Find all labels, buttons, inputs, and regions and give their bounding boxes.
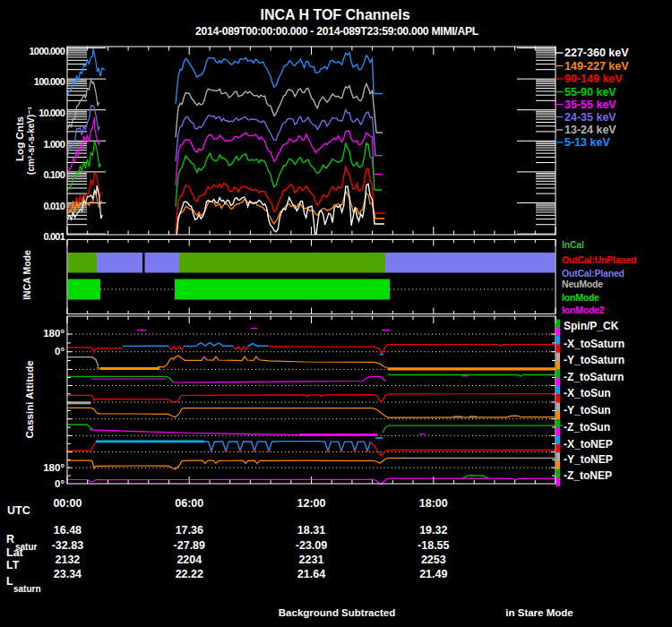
svg-text:NeuMode: NeuMode — [562, 279, 603, 289]
svg-text:0.001: 0.001 — [43, 231, 65, 242]
svg-text:InCal: InCal — [562, 239, 584, 250]
svg-text:IonMode2: IonMode2 — [562, 305, 605, 315]
svg-text:00:00: 00:00 — [53, 497, 82, 510]
svg-text:180°: 180° — [43, 328, 65, 339]
svg-text:149-227 keV: 149-227 keV — [564, 60, 629, 73]
svg-text:21.49: 21.49 — [419, 568, 447, 580]
svg-text:0°: 0° — [55, 346, 65, 356]
svg-text:-X_toNEP: -X_toNEP — [564, 438, 613, 451]
svg-text:21.64: 21.64 — [297, 568, 325, 580]
svg-text:2204: 2204 — [177, 554, 202, 566]
svg-text:-Z_toSaturn: -Z_toSaturn — [564, 371, 624, 383]
svg-text:2231: 2231 — [299, 554, 324, 566]
svg-text:Lat: Lat — [6, 546, 24, 559]
svg-text:06:00: 06:00 — [175, 497, 203, 510]
svg-text:90-149 keV: 90-149 keV — [564, 73, 623, 85]
svg-text:Cassini Attitude: Cassini Attitude — [24, 360, 35, 438]
svg-text:(cm²-sr-s-keV)⁻¹: (cm²-sr-s-keV)⁻¹ — [26, 106, 36, 175]
svg-text:-Z_toSun: -Z_toSun — [564, 421, 610, 434]
svg-text:saturn: saturn — [13, 584, 41, 594]
svg-text:Log Cnts: Log Cnts — [14, 116, 25, 161]
svg-text:35-55 keV: 35-55 keV — [564, 99, 616, 111]
svg-text:-18.55: -18.55 — [418, 539, 449, 552]
svg-text:2014-089T00:00:00.000 - 2014-0: 2014-089T00:00:00.000 - 2014-089T23:59:0… — [195, 25, 479, 38]
svg-text:-Y_toSaturn: -Y_toSaturn — [564, 354, 625, 366]
svg-text:55-90 keV: 55-90 keV — [564, 86, 616, 99]
svg-text:INCA H TOF Channels: INCA H TOF Channels — [260, 7, 409, 22]
svg-text:18:00: 18:00 — [419, 497, 448, 510]
svg-text:17.36: 17.36 — [176, 524, 203, 537]
svg-text:18.31: 18.31 — [297, 524, 325, 537]
svg-text:5-13 keV: 5-13 keV — [564, 136, 610, 149]
svg-text:0.010: 0.010 — [43, 201, 65, 211]
svg-text:-23.09: -23.09 — [296, 539, 327, 552]
svg-text:0°: 0° — [55, 478, 65, 489]
svg-text:0.100: 0.100 — [43, 169, 65, 180]
svg-text:13-24 keV: 13-24 keV — [564, 124, 616, 136]
svg-text:12:00: 12:00 — [297, 497, 326, 510]
svg-text:-27.89: -27.89 — [174, 539, 205, 552]
svg-text:UTC: UTC — [7, 504, 30, 517]
svg-text:INCA Mode: INCA Mode — [22, 250, 32, 300]
svg-text:IonMode: IonMode — [562, 292, 599, 303]
svg-text:-X_toSun: -X_toSun — [564, 387, 611, 399]
svg-text:100.000: 100.000 — [34, 76, 65, 87]
svg-text:in Stare Mode: in Stare Mode — [505, 607, 573, 618]
svg-text:L: L — [6, 575, 13, 588]
svg-text:2132: 2132 — [55, 554, 80, 566]
svg-text:1000.000: 1000.000 — [30, 46, 65, 56]
svg-text:-X_toSaturn: -X_toSaturn — [564, 338, 625, 350]
svg-text:2253: 2253 — [421, 554, 446, 566]
svg-text:Background Subtracted: Background Subtracted — [279, 607, 395, 618]
svg-text:R: R — [6, 533, 14, 545]
svg-text:10.000: 10.000 — [39, 107, 65, 118]
svg-text:LT: LT — [6, 559, 20, 571]
svg-text:19.32: 19.32 — [419, 524, 447, 537]
svg-text:-32.83: -32.83 — [52, 539, 83, 552]
svg-text:23.34: 23.34 — [54, 568, 82, 580]
svg-text:24-35 keV: 24-35 keV — [564, 111, 616, 124]
svg-text:-Y_toNEP: -Y_toNEP — [564, 453, 613, 466]
svg-text:-Z_toNEP: -Z_toNEP — [564, 469, 612, 482]
svg-text:22.22: 22.22 — [176, 568, 203, 580]
svg-text:1.000: 1.000 — [43, 139, 65, 150]
svg-text:227-360 keV: 227-360 keV — [564, 47, 629, 59]
svg-text:OutCal:Planed: OutCal:Planed — [562, 268, 625, 279]
svg-text:Spin/P_CK: Spin/P_CK — [564, 320, 619, 332]
svg-text:OutCal:UnPlaned: OutCal:UnPlaned — [562, 254, 636, 265]
svg-text:180°: 180° — [43, 462, 65, 473]
svg-text:-Y_toSun: -Y_toSun — [564, 404, 611, 417]
svg-text:16.48: 16.48 — [54, 524, 82, 537]
